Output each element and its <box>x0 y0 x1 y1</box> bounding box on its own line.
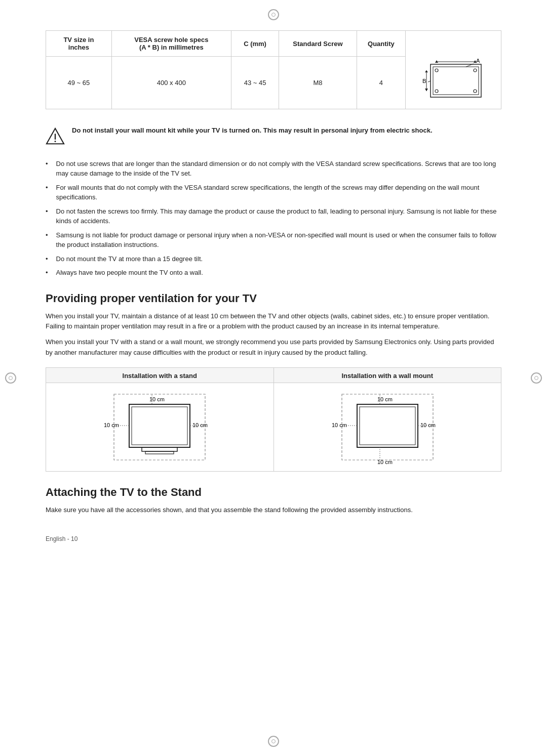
stand-svg: 10 cm 10 cm 10 cm <box>104 389 215 465</box>
stand-diagram: Installation with a stand 10 cm 10 cm <box>46 368 274 471</box>
cell-vesa: 400 x 400 <box>111 57 231 109</box>
page-marker-bottom-inner <box>271 739 276 743</box>
attaching-heading: Attaching the TV to the Stand <box>46 486 501 499</box>
list-item: Samsung is not liable for product damage… <box>46 230 501 250</box>
diagram-label-a: A <box>476 58 480 64</box>
vesa-diagram-svg: A B <box>415 57 491 107</box>
svg-rect-0 <box>431 64 481 97</box>
list-item-text-3: Do not fasten the screws too firmly. Thi… <box>56 206 501 226</box>
svg-rect-15 <box>132 407 187 445</box>
svg-rect-16 <box>142 447 177 451</box>
side-marker-left <box>5 372 16 384</box>
list-item: Do not fasten the screws too firmly. Thi… <box>46 206 501 226</box>
svg-rect-22 <box>357 404 418 447</box>
wall-top-label: 10 cm <box>377 396 393 402</box>
side-marker-right-inner <box>534 376 538 380</box>
wall-svg: 10 cm 10 cm 10 cm 10 cm <box>332 389 443 465</box>
warning-text: Do not install your wall mount kit while… <box>72 125 433 136</box>
stand-right-label: 10 cm <box>192 422 208 428</box>
list-item: Do not mount the TV at more than a 15 de… <box>46 254 501 264</box>
cell-diagram: A B <box>406 57 501 109</box>
ventilation-heading: Providing proper ventilation for your TV <box>46 292 501 305</box>
list-item-text-1: Do not use screws that are longer than t… <box>56 159 501 179</box>
arrow-up <box>425 70 428 72</box>
cell-quantity: 4 <box>357 57 405 109</box>
stand-top-label: 10 cm <box>149 396 165 402</box>
page-footer: English - 10 <box>46 535 501 542</box>
list-item: Do not use screws that are longer than t… <box>46 159 501 179</box>
svg-rect-23 <box>360 407 415 445</box>
svg-point-5 <box>474 69 477 72</box>
cell-tv-size: 49 ~ 65 <box>46 57 112 109</box>
list-item-text-6: Always have two people mount the TV onto… <box>56 268 203 278</box>
installation-diagrams: Installation with a stand 10 cm 10 cm <box>46 367 501 472</box>
list-item: Always have two people mount the TV onto… <box>46 268 501 278</box>
header-tv-size: TV size ininches <box>46 31 112 57</box>
side-marker-left-inner <box>9 376 13 380</box>
header-diagram <box>406 31 501 57</box>
header-quantity: Quantity <box>357 31 405 57</box>
svg-point-7 <box>474 90 477 93</box>
list-item-text-5: Do not mount the TV at more than a 15 de… <box>56 254 203 264</box>
ventilation-paragraph-2: When you install your TV with a stand or… <box>46 337 501 358</box>
side-marker-right <box>531 372 542 384</box>
wall-bottom-label: 10 cm <box>377 459 393 465</box>
svg-point-6 <box>435 90 438 93</box>
warning-box: Do not install your wall mount kit while… <box>46 121 501 150</box>
svg-point-12 <box>55 141 56 142</box>
page-marker-top-inner <box>271 13 276 17</box>
diagram-label-b: B <box>422 78 426 84</box>
svg-rect-14 <box>129 404 190 447</box>
page-content: TV size ininches VESA screw hole specs(A… <box>46 0 501 573</box>
cell-screw: M8 <box>279 57 357 109</box>
page-marker-bottom <box>268 736 279 747</box>
attaching-paragraph: Make sure you have all the accessories s… <box>46 505 501 516</box>
specs-table: TV size ininches VESA screw hole specs(A… <box>46 30 501 109</box>
svg-point-4 <box>435 69 438 72</box>
list-item: For wall mounts that do not comply with … <box>46 183 501 202</box>
wall-diagram: Installation with a wall mount 10 cm 10 … <box>274 368 501 471</box>
header-standard-screw: Standard Screw <box>279 31 357 57</box>
arrow-down <box>425 89 428 91</box>
wall-left-label: 10 cm <box>332 422 347 428</box>
header-c-mm: C (mm) <box>231 31 279 57</box>
svg-rect-1 <box>433 67 479 95</box>
warning-icon <box>46 127 65 146</box>
wall-diagram-title: Installation with a wall mount <box>274 368 501 383</box>
bullet-list: Do not use screws that are longer than t… <box>46 159 501 278</box>
list-item-text-2: For wall mounts that do not comply with … <box>56 183 501 202</box>
page-marker-top <box>268 9 279 20</box>
header-vesa: VESA screw hole specs(A * B) in millimet… <box>111 31 231 57</box>
list-item-text-4: Samsung is not liable for product damage… <box>56 230 501 250</box>
stand-diagram-body: 10 cm 10 cm 10 cm <box>46 383 274 471</box>
stand-left-label: 10 cm <box>104 422 119 428</box>
wall-right-label: 10 cm <box>420 422 436 428</box>
stand-diagram-title: Installation with a stand <box>46 368 274 383</box>
wall-diagram-body: 10 cm 10 cm 10 cm 10 cm <box>274 383 501 471</box>
cell-c-mm: 43 ~ 45 <box>231 57 279 109</box>
ventilation-paragraph-1: When you install your TV, maintain a dis… <box>46 311 501 332</box>
